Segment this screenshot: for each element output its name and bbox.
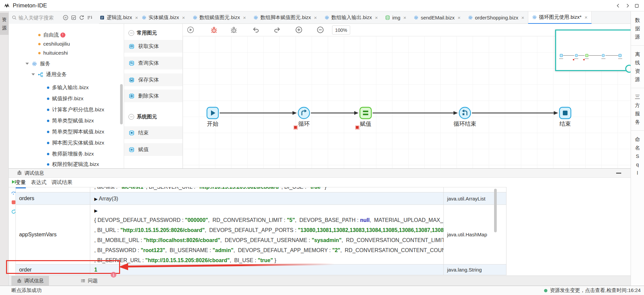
- editor-tab[interactable]: 数组输入输出.bizx×: [321, 11, 382, 24]
- primeton-ide-window: Primeton-IDE AI 逻辑流.bizx×实体赋值.bizx×数组赋值图…: [0, 0, 644, 295]
- palette-section-header[interactable]: 常用图元: [124, 28, 182, 38]
- debug-table-scrollbar[interactable]: [494, 189, 497, 232]
- tree-scrollbar[interactable]: [120, 84, 123, 124]
- flow-node-assign[interactable]: [359, 107, 372, 119]
- debug-button[interactable]: [230, 26, 237, 35]
- run-button[interactable]: [187, 26, 194, 35]
- editor-tab[interactable]: 数组脚本赋值图元.bizx×: [250, 11, 321, 24]
- title-bar: Primeton-IDE: [0, 0, 644, 11]
- resource-search-zone: AI: [9, 11, 99, 24]
- caret-down-icon[interactable]: [32, 73, 35, 75]
- close-icon[interactable]: ×: [135, 15, 138, 20]
- palette-item[interactable]: 获取实体: [124, 40, 182, 53]
- tree-item[interactable]: 计算客户积分信息.bizx: [47, 105, 104, 114]
- variable-value[interactable]: 1: [90, 264, 444, 275]
- rail-tab-3[interactable]: 三方服务: [631, 88, 644, 131]
- validate-button[interactable]: [71, 15, 76, 20]
- flow-node-end[interactable]: [559, 107, 572, 119]
- rail-tab-2[interactable]: 离线资源: [631, 46, 644, 88]
- variable-value[interactable]: , aic-test : "aic-test1", BI_SERVER_URL …: [90, 187, 444, 192]
- tree-item[interactable]: 多输入输出.bizx: [47, 83, 89, 92]
- undo-button[interactable]: [252, 26, 259, 35]
- palette-item-label: 获取实体: [138, 43, 159, 50]
- tree-item[interactable]: 简单类型脚本赋值.bizx: [47, 127, 104, 136]
- close-icon[interactable]: ×: [375, 15, 378, 20]
- editor-tab[interactable]: img×: [381, 11, 410, 24]
- caret-down-icon[interactable]: [25, 63, 29, 65]
- debug-tab[interactable]: 表达式: [31, 179, 47, 187]
- palette-item[interactable]: 查询实体: [124, 57, 182, 69]
- tree-item[interactable]: 通用业务: [32, 70, 67, 79]
- tree-item[interactable]: 简单类型赋值.bizx: [47, 116, 94, 125]
- debug-active-button[interactable]: [210, 26, 218, 35]
- bug-icon: [17, 170, 22, 175]
- redo-button[interactable]: [274, 26, 281, 35]
- close-icon[interactable]: ×: [521, 15, 524, 20]
- collapse-icon[interactable]: [128, 114, 134, 120]
- close-icon[interactable]: ×: [182, 15, 185, 20]
- close-icon[interactable]: ×: [243, 15, 246, 20]
- bottom-tab[interactable]: 问题: [75, 276, 103, 286]
- rail-tab-4[interactable]: 命名Sql: [631, 131, 644, 181]
- collapse-icon[interactable]: [128, 30, 134, 36]
- tree-item[interactable]: 自由流!: [38, 30, 65, 40]
- palette-item[interactable]: 赋值: [124, 143, 182, 156]
- palette-item[interactable]: 删除实体: [124, 90, 182, 102]
- palette-item[interactable]: 保存实体: [124, 73, 182, 86]
- editor-tab[interactable]: 实体赋值.bizx×: [138, 11, 189, 24]
- flow-node-start[interactable]: [206, 107, 219, 119]
- rail-tab-resources[interactable]: 资源: [0, 13, 9, 35]
- variable-row[interactable]: , aic-test : "aic-test1", BI_SERVER_URL …: [16, 187, 506, 192]
- ai-button[interactable]: AI: [63, 15, 68, 20]
- palette-item[interactable]: 结束: [124, 126, 182, 139]
- tab-label: 循环图元使用.bizx*: [539, 14, 582, 20]
- variable-row-order[interactable]: order1java.lang.String: [16, 264, 506, 275]
- editor-tab[interactable]: sendEMail.bizx×: [410, 11, 464, 24]
- refresh-icon: [79, 15, 85, 20]
- minimap[interactable]: [555, 30, 631, 71]
- variable-row-orders[interactable]: orders▶ Array(3)java.util.ArrayList: [16, 192, 506, 205]
- breakpoint-icon[interactable]: [293, 125, 298, 130]
- close-icon[interactable]: ×: [458, 15, 461, 20]
- bottom-tab[interactable]: 调试信息: [11, 276, 49, 286]
- editor-tab[interactable]: 逻辑流.bizx×: [99, 11, 138, 24]
- tree-item[interactable]: 教师新增服务.bizx: [47, 149, 94, 159]
- tree-item[interactable]: huituiceshi: [38, 48, 68, 58]
- tree-item[interactable]: 赋值操作.bizx: [47, 94, 84, 103]
- variable-row-appSystemVars[interactable]: appSystemVars▶{ DEVOPS_DEFAULT_PASSWORD …: [16, 205, 506, 264]
- zoom-out-button[interactable]: [317, 26, 324, 35]
- refresh-button[interactable]: [79, 15, 85, 20]
- nav-forward-icon[interactable]: [625, 3, 630, 8]
- tree-item[interactable]: ceshiluojiliu: [38, 39, 70, 49]
- flow-node-loop-end[interactable]: [459, 107, 471, 119]
- rail-tab-1[interactable]: 数据源: [631, 11, 644, 46]
- zoom-level[interactable]: 100%: [332, 25, 350, 35]
- flow-node-label: 结束: [542, 120, 589, 128]
- close-icon[interactable]: ×: [585, 14, 588, 20]
- editor-tab[interactable]: orderShopping.bizx×: [464, 11, 528, 24]
- variable-value[interactable]: ▶ Array(3): [90, 192, 444, 204]
- palette-section-header[interactable]: 系统图元: [124, 112, 182, 122]
- debug-tab[interactable]: 调试结果: [52, 179, 72, 187]
- tree-item[interactable]: 脚本图元实体赋值.bizx: [47, 138, 104, 148]
- resume-button[interactable]: [11, 179, 16, 186]
- tree-item[interactable]: 权限控制逻辑流.bizx: [47, 160, 99, 168]
- flow-node-loop[interactable]: [298, 107, 310, 119]
- window-restore-icon[interactable]: [634, 3, 639, 8]
- sort-button[interactable]: [87, 15, 93, 20]
- nav-back-icon[interactable]: [615, 3, 621, 8]
- tree-item-label: huituiceshi: [43, 50, 68, 56]
- breakpoint-icon[interactable]: [355, 125, 360, 130]
- editor-tab[interactable]: 循环图元使用.bizx*×: [528, 11, 591, 24]
- close-icon[interactable]: ×: [404, 15, 407, 20]
- close-icon[interactable]: ×: [314, 15, 317, 20]
- zoom-in-button[interactable]: [295, 26, 303, 35]
- search-input[interactable]: [18, 15, 62, 20]
- variable-type: java.util.HashMap: [444, 205, 506, 264]
- resource-change-notice[interactable]: 资源发生变更，点击查看,检查时间:16:24: [544, 287, 641, 294]
- palette-item-label: 保存实体: [138, 76, 159, 83]
- variable-value[interactable]: ▶{ DEVOPS_DEFAULT_PASSWORD : "000000", R…: [90, 205, 444, 264]
- tree-item[interactable]: 服务: [25, 59, 50, 68]
- minimize-icon[interactable]: [616, 173, 621, 174]
- editor-tab[interactable]: 数组赋值图元.bizx×: [189, 11, 250, 24]
